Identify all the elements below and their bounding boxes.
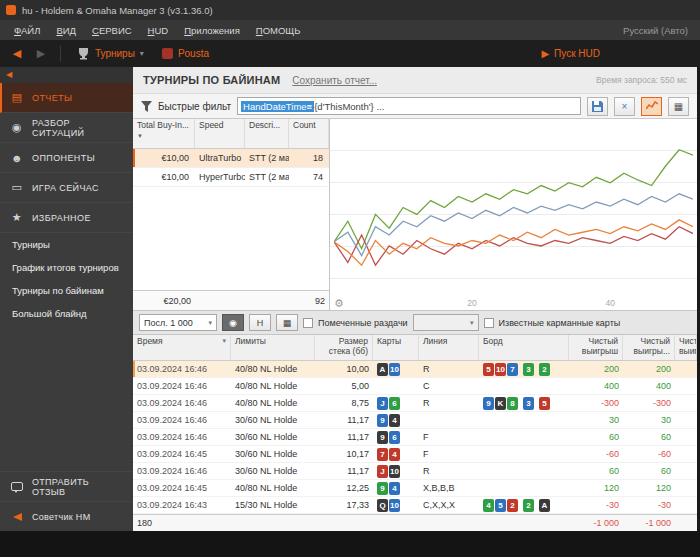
play-icon: ▶ xyxy=(541,48,549,59)
favorite-item-tournaments-by-buyin[interactable]: Турниры по байинам xyxy=(0,279,133,302)
card-6-diamond: 6 xyxy=(389,431,400,444)
hand-stack-size: 11,17 xyxy=(315,466,373,476)
marked-hands-checkbox[interactable] xyxy=(303,318,313,328)
last-hands-select[interactable]: Посл. 1 000 ▾ xyxy=(139,314,217,331)
save-report-link[interactable]: Сохранить отчет... xyxy=(292,75,377,86)
language-selector[interactable]: Русский (Авто) xyxy=(623,25,694,36)
hands-column-header[interactable]: Чистый выигры... xyxy=(623,335,675,360)
filter-rest-text: {d'ThisMonth'} ... xyxy=(314,101,384,112)
hands-header-row: Время▾ЛимитыРазмер стека (бб)КартыЛинияБ… xyxy=(133,335,697,361)
app-icon xyxy=(6,5,16,15)
hand-row[interactable]: 03.09.2024 16:4640/80 NL Holde8,75J6R9K8… xyxy=(133,395,697,412)
hand-row[interactable]: 03.09.2024 16:4640/80 NL Holde5,00C40040… xyxy=(133,378,697,395)
hands-column-header[interactable]: Время▾ xyxy=(133,335,231,360)
hand-net-win: -60 xyxy=(569,449,623,459)
board-street: 9K8 xyxy=(483,397,519,407)
known-cards-checkbox[interactable] xyxy=(484,318,494,328)
sidebar-item-favorites[interactable]: ★ИЗБРАННОЕ xyxy=(0,203,133,233)
sidebar-item-hm-advisor[interactable]: Советчик НМ xyxy=(0,501,133,531)
account-menu-button[interactable]: Pousta xyxy=(156,48,215,59)
columns-grid-button[interactable]: ▦ xyxy=(276,314,298,331)
run-hud-label: Пуск HUD xyxy=(554,48,600,59)
h-button[interactable]: H xyxy=(249,314,271,331)
clear-filter-button[interactable]: × xyxy=(614,97,635,116)
hand-row[interactable]: 03.09.2024 16:4530/60 NL Holde10,1774F-6… xyxy=(133,446,697,463)
hands-column-header[interactable]: Размер стека (бб) xyxy=(315,335,373,360)
cards-icon: ▭ xyxy=(10,181,24,194)
sidebar-item-reports[interactable]: ▤ОТЧЕТЫ xyxy=(0,83,133,113)
sidebar-item-label: ОТПРАВИТЬ ОТЗЫВ xyxy=(32,477,123,497)
card-10-heart: 10 xyxy=(495,363,506,376)
chart-x-axis: 2040 xyxy=(334,296,693,308)
filter-funnel-icon[interactable] xyxy=(141,101,152,112)
hands-table: Время▾ЛимитыРазмер стека (бб)КартыЛинияБ… xyxy=(133,335,697,531)
menu-item-service[interactable]: СЕРВИС xyxy=(84,25,140,36)
quick-filters-label: Быстрые фильт xyxy=(158,101,231,112)
chart-settings-gear-icon[interactable]: ⚙ xyxy=(334,297,344,310)
summary-row[interactable]: €10,00UltraTurboSTT (2 ма18 xyxy=(133,149,329,168)
summary-column-header[interactable]: Total Buy-In... ▼ xyxy=(133,119,195,148)
filter-expression-input[interactable]: HandDateTime≡ {d'ThisMonth'} ... xyxy=(237,97,581,115)
hand-board: 4522A xyxy=(479,499,569,512)
summary-column-header[interactable]: Count xyxy=(289,119,329,148)
board-street: 452 xyxy=(483,499,519,509)
hand-limit: 40/80 NL Holde xyxy=(231,364,315,374)
hand-time: 03.09.2024 16:45 xyxy=(133,449,231,459)
hands-column-header[interactable]: Линия xyxy=(419,335,479,360)
summary-column-header[interactable]: Speed xyxy=(195,119,245,148)
chevron-down-icon: ▾ xyxy=(222,337,226,345)
card-9-diamond: 9 xyxy=(377,414,388,427)
chart-view-button[interactable] xyxy=(641,97,662,116)
save-filter-button[interactable] xyxy=(587,97,608,116)
hands-column-header[interactable]: Чист выигр xyxy=(675,335,697,360)
card-2-heart: 2 xyxy=(507,499,518,512)
hand-stack-size: 11,17 xyxy=(315,432,373,442)
summary-row[interactable]: €10,00HyperTurboSTT (2 ма74 xyxy=(133,168,329,187)
hand-row[interactable]: 03.09.2024 16:4540/80 NL Holde12,2594X,B… xyxy=(133,480,697,497)
menu-item-apps[interactable]: Приложения xyxy=(176,25,248,36)
hands-column-header[interactable]: Борд xyxy=(479,335,569,360)
favorite-item-tournament-results-graph[interactable]: График итогов турниров xyxy=(0,256,133,279)
window-bottom-edge xyxy=(0,531,700,557)
replayer-preview-button[interactable]: ◉ xyxy=(222,314,244,331)
chart-series-red xyxy=(334,227,693,265)
account-icon xyxy=(162,48,173,59)
hands-column-header[interactable]: Лимиты xyxy=(231,335,315,360)
hand-row[interactable]: 03.09.2024 16:4630/60 NL Holde11,17J10R6… xyxy=(133,463,697,480)
favorite-item-big-blind[interactable]: Большой блайнд xyxy=(0,302,133,325)
star-icon: ★ xyxy=(10,211,24,224)
menu-item-file[interactable]: ФАЙЛ xyxy=(6,25,48,36)
hand-row[interactable]: 03.09.2024 16:4640/80 NL Holde10,00A10R5… xyxy=(133,361,697,378)
summary-column-header[interactable]: Descri... xyxy=(245,119,289,148)
close-icon: × xyxy=(622,101,628,112)
sidebar-item-opponents[interactable]: ☻ОППОНЕНТЫ xyxy=(0,143,133,173)
sidebar-item-hand-review[interactable]: ◉РАЗБОР СИТУАЦИЙ xyxy=(0,113,133,143)
back-button[interactable]: ◀ xyxy=(8,47,26,60)
menu-item-view[interactable]: ВИД xyxy=(48,25,84,36)
hands-column-header[interactable]: Карты xyxy=(373,335,419,360)
hand-line: R xyxy=(419,466,479,476)
feedback-icon xyxy=(11,482,23,491)
menu-item-hud[interactable]: HUD xyxy=(140,25,177,36)
forward-button[interactable]: ▶ xyxy=(32,47,50,60)
hands-total-net: -1 000 xyxy=(569,515,623,531)
hand-hole-cards: 94 xyxy=(373,482,419,495)
sidebar-collapse-button[interactable]: ◀ xyxy=(0,67,133,83)
hand-row[interactable]: 03.09.2024 16:4630/60 NL Holde11,1796F60… xyxy=(133,429,697,446)
sidebar-item-send-feedback[interactable]: ОТПРАВИТЬ ОТЗЫВ xyxy=(0,471,133,501)
results-chart: 2040 ⚙ xyxy=(330,119,697,310)
hand-line: R xyxy=(419,398,479,408)
menu-item-help[interactable]: ПОМОЩЬ xyxy=(248,25,309,36)
sidebar: ◀ ▤ОТЧЕТЫ◉РАЗБОР СИТУАЦИЙ☻ОППОНЕНТЫ▭ИГРА… xyxy=(0,67,133,531)
hand-row[interactable]: 03.09.2024 16:4315/30 NL Holde17,33Q10C,… xyxy=(133,497,697,514)
card-3-club: 3 xyxy=(523,363,534,376)
hand-net-win: -30 xyxy=(569,500,623,510)
tournaments-menu-button[interactable]: Турниры ▾ xyxy=(71,47,150,60)
hands-column-header[interactable]: Чистый выигрыш xyxy=(569,335,623,360)
table-view-button[interactable]: ▦ xyxy=(668,97,689,116)
hand-row[interactable]: 03.09.2024 16:4630/60 NL Holde11,1794303… xyxy=(133,412,697,429)
run-hud-button[interactable]: ▶ Пуск HUD xyxy=(541,48,600,59)
hand-hole-cards: 96 xyxy=(373,431,419,444)
favorite-item-tournaments[interactable]: Турниры xyxy=(0,233,133,256)
sidebar-item-play-now[interactable]: ▭ИГРА СЕЙЧАС xyxy=(0,173,133,203)
